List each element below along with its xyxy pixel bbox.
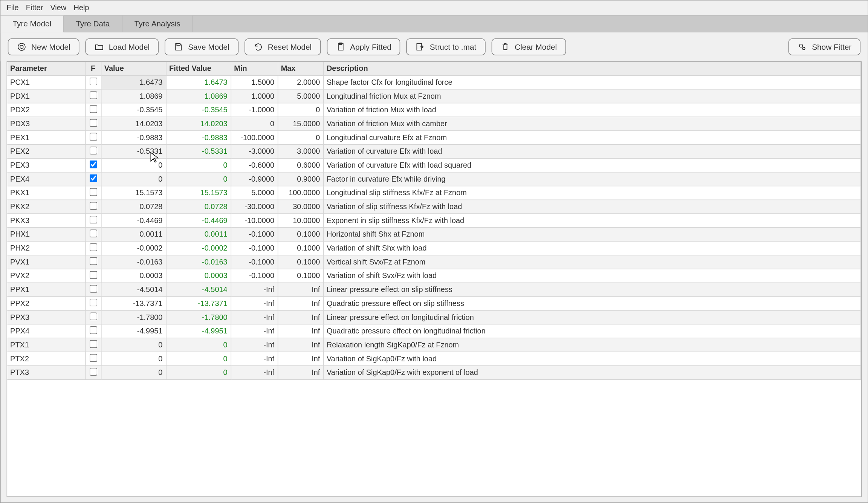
cell-max[interactable]: 0.1000 [278, 269, 323, 283]
cell-max[interactable]: Inf [278, 296, 323, 310]
cell-fitted[interactable]: 0.0011 [166, 227, 231, 241]
tab-tyre-analysis[interactable]: Tyre Analysis [122, 15, 193, 32]
cell-parameter[interactable]: PVX2 [7, 269, 85, 283]
table-row[interactable]: PPX1-4.5014-4.5014-InfInfLinear pressure… [7, 283, 861, 297]
cell-min[interactable]: 5.0000 [231, 186, 277, 200]
cell-min[interactable]: -30.0000 [231, 200, 277, 214]
cell-parameter[interactable]: PPX1 [7, 283, 85, 297]
cell-value[interactable]: 0.0003 [101, 269, 166, 283]
cell-max[interactable]: 30.0000 [278, 200, 323, 214]
cell-value[interactable]: 0 [101, 158, 166, 172]
cell-max[interactable]: Inf [278, 283, 323, 297]
cell-value[interactable]: -13.7371 [101, 296, 166, 310]
cell-value[interactable]: -0.5331 [101, 144, 166, 158]
cell-fix-checkbox[interactable] [85, 103, 101, 117]
header-min[interactable]: Min [231, 62, 277, 75]
cell-max[interactable]: 15.0000 [278, 116, 323, 130]
cell-parameter[interactable]: PKX1 [7, 186, 85, 200]
cell-value[interactable]: 15.1573 [101, 186, 166, 200]
cell-fitted[interactable]: -0.3545 [166, 103, 231, 117]
cell-min[interactable]: -100.0000 [231, 130, 277, 144]
cell-max[interactable]: 2.0000 [278, 75, 323, 89]
cell-parameter[interactable]: PTX2 [7, 352, 85, 365]
cell-value[interactable]: 0.0728 [101, 200, 166, 214]
cell-fitted[interactable]: -0.4469 [166, 213, 231, 227]
table-row[interactable]: PDX11.08691.08691.00005.0000Longitudinal… [7, 89, 861, 103]
cell-fix-checkbox[interactable] [85, 200, 101, 214]
cell-max[interactable]: Inf [278, 338, 323, 352]
cell-fix-checkbox[interactable] [85, 130, 101, 144]
cell-max[interactable]: 0.9000 [278, 172, 323, 186]
cell-max[interactable]: 0.1000 [278, 227, 323, 241]
cell-value[interactable]: 0 [101, 338, 166, 352]
cell-min[interactable]: -0.1000 [231, 241, 277, 255]
table-row[interactable]: PKX3-0.4469-0.4469-10.000010.0000Exponen… [7, 213, 861, 227]
cell-min[interactable]: -Inf [231, 352, 277, 365]
new-model-button[interactable]: New Model [8, 38, 79, 55]
cell-max[interactable]: 100.0000 [278, 186, 323, 200]
cell-max[interactable]: Inf [278, 365, 323, 379]
cell-fix-checkbox[interactable] [85, 227, 101, 241]
table-row[interactable]: PCX11.64731.64731.50002.0000Shape factor… [7, 75, 861, 89]
cell-parameter[interactable]: PDX1 [7, 89, 85, 103]
cell-fix-checkbox[interactable] [85, 144, 101, 158]
fix-checkbox[interactable] [89, 77, 97, 85]
cell-max[interactable]: 5.0000 [278, 89, 323, 103]
fix-checkbox[interactable] [89, 174, 97, 182]
table-row[interactable]: PKX20.07280.0728-30.000030.0000Variation… [7, 200, 861, 214]
cell-min[interactable]: -Inf [231, 324, 277, 338]
fix-checkbox[interactable] [89, 340, 97, 348]
cell-fix-checkbox[interactable] [85, 269, 101, 283]
table-row[interactable]: PTX100-InfInfRelaxation length SigKap0/F… [7, 338, 861, 352]
cell-fitted[interactable]: 0 [166, 352, 231, 365]
cell-fitted[interactable]: -0.0163 [166, 255, 231, 269]
cell-fitted[interactable]: -0.0002 [166, 241, 231, 255]
struct-to-mat-button[interactable]: Struct to .mat [406, 38, 485, 55]
cell-value[interactable]: 1.6473 [101, 75, 166, 89]
cell-min[interactable]: 0 [231, 116, 277, 130]
fix-checkbox[interactable] [89, 133, 97, 141]
table-row[interactable]: PEX400-0.90000.9000Factor in curvature E… [7, 172, 861, 186]
cell-value[interactable]: -0.4469 [101, 213, 166, 227]
table-row[interactable]: PPX3-1.7800-1.7800-InfInfLinear pressure… [7, 310, 861, 324]
header-description[interactable]: Description [323, 62, 861, 75]
parameter-table[interactable]: Parameter F Value Fitted Value Min Max D… [7, 62, 861, 379]
cell-parameter[interactable]: PVX1 [7, 255, 85, 269]
cell-max[interactable]: 0.6000 [278, 158, 323, 172]
table-row[interactable]: PEX300-0.60000.6000Variation of curvatur… [7, 158, 861, 172]
fix-checkbox[interactable] [89, 160, 97, 168]
table-row[interactable]: PKX115.157315.15735.0000100.0000Longitud… [7, 186, 861, 200]
fix-checkbox[interactable] [89, 202, 97, 209]
cell-min[interactable]: -Inf [231, 365, 277, 379]
cell-value[interactable]: -4.9951 [101, 324, 166, 338]
menu-fitter[interactable]: Fitter [23, 2, 45, 13]
save-model-button[interactable]: Save Model [165, 38, 238, 55]
cell-value[interactable]: 0 [101, 352, 166, 365]
cell-fitted[interactable]: -4.5014 [166, 283, 231, 297]
cell-value[interactable]: 0 [101, 365, 166, 379]
clear-model-button[interactable]: Clear Model [491, 38, 566, 55]
cell-fix-checkbox[interactable] [85, 352, 101, 365]
fix-checkbox[interactable] [89, 284, 97, 292]
cell-parameter[interactable]: PEX3 [7, 158, 85, 172]
cell-fitted[interactable]: 1.0869 [166, 89, 231, 103]
cell-fitted[interactable]: -4.9951 [166, 324, 231, 338]
fix-checkbox[interactable] [89, 298, 97, 306]
apply-fitted-button[interactable]: Apply Fitted [327, 38, 400, 55]
header-max[interactable]: Max [278, 62, 323, 75]
cell-value[interactable]: 1.0869 [101, 89, 166, 103]
cell-value[interactable]: 0.0011 [101, 227, 166, 241]
cell-min[interactable]: 1.0000 [231, 89, 277, 103]
fix-checkbox[interactable] [89, 271, 97, 279]
cell-fix-checkbox[interactable] [85, 172, 101, 186]
cell-parameter[interactable]: PCX1 [7, 75, 85, 89]
tab-tyre-model[interactable]: Tyre Model [1, 15, 64, 32]
cell-value[interactable]: -4.5014 [101, 283, 166, 297]
cell-min[interactable]: -Inf [231, 296, 277, 310]
table-row[interactable]: PEX2-0.5331-0.5331-3.00003.0000Variation… [7, 144, 861, 158]
cell-max[interactable]: Inf [278, 352, 323, 365]
cell-fix-checkbox[interactable] [85, 296, 101, 310]
fix-checkbox[interactable] [89, 91, 97, 99]
cell-parameter[interactable]: PPX3 [7, 310, 85, 324]
table-row[interactable]: PPX2-13.7371-13.7371-InfInfQuadratic pre… [7, 296, 861, 310]
